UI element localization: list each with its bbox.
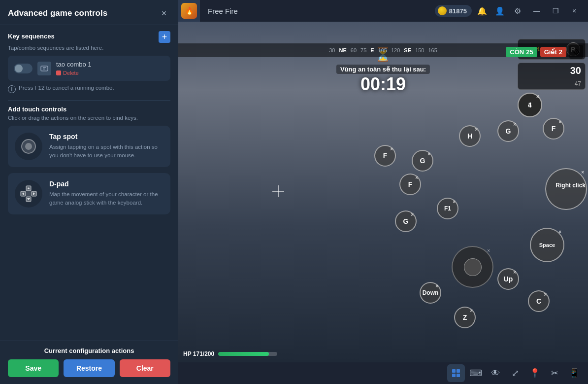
dpad-info: D-pad Map the movement of your character…	[49, 180, 163, 208]
key-sequences-subtitle: Tap/combo sequences are listed here.	[8, 45, 170, 51]
account-icon[interactable]: 👤	[492, 3, 507, 18]
key-space[interactable]: Space×	[530, 228, 564, 262]
svg-rect-9	[26, 191, 31, 196]
titlebar-right: 81875 🔔 👤 ⚙ — ❒ ×	[435, 2, 588, 20]
con-value: 25	[526, 48, 533, 56]
restore-button[interactable]: Restore	[64, 359, 114, 377]
svg-point-4	[25, 143, 32, 150]
key-fmid-close: ×	[415, 175, 418, 180]
combo-item: tao combo 1 Delete	[8, 56, 170, 81]
right-click-close: ×	[581, 170, 584, 175]
keyboard-icon[interactable]: ⌨	[467, 364, 485, 382]
key-g-1[interactable]: G×	[497, 120, 519, 142]
key-fleft-close: ×	[390, 146, 393, 152]
key-up[interactable]: Up×	[497, 268, 519, 290]
game-area: 🔥 Free Fire 81875 🔔 👤 ⚙ — ❒ × 30	[178, 0, 588, 384]
combo-name: tao combo 1	[56, 61, 164, 68]
key-down[interactable]: Down×	[420, 282, 441, 304]
settings-icon[interactable]: ⚙	[510, 3, 525, 18]
coin-icon	[438, 6, 447, 15]
compass-30: 30	[329, 47, 335, 53]
key-up-close: ×	[513, 270, 516, 275]
hud-giet: Giết 2	[540, 47, 566, 57]
panel-header: Advanced game controls ×	[0, 0, 178, 25]
hud-stats: CÒN 25 Giết 2 ⚙	[506, 45, 583, 59]
key-sequences-header: Key sequences +	[8, 31, 170, 43]
resize-icon[interactable]: ⤢	[506, 364, 524, 382]
crosshair	[272, 185, 284, 197]
hud-con: CÒN 25	[506, 47, 537, 57]
compass-e: E	[370, 47, 374, 53]
compass-inner: 30 NE 60 75 E 105 120 SE 150 165	[329, 47, 437, 53]
app-title: Free Fire	[200, 7, 435, 15]
key-f-left[interactable]: F×	[374, 145, 396, 167]
key-g2-close: ×	[427, 151, 430, 157]
svg-rect-17	[457, 374, 460, 377]
app-icon-image: 🔥	[181, 3, 197, 19]
key-g-3[interactable]: G×	[395, 210, 417, 232]
combo-toggle[interactable]	[14, 64, 33, 73]
ammo-current: 30	[570, 65, 581, 76]
compass-se: SE	[404, 47, 411, 53]
key-sequences-title: Key sequences	[8, 33, 55, 40]
combo-icon	[37, 62, 51, 75]
maximize-button[interactable]: ❒	[547, 2, 564, 20]
key-g1-close: ×	[513, 122, 516, 127]
press-info: i Press F12 to cancel a running combo.	[8, 85, 170, 93]
key-f-mid[interactable]: F×	[399, 174, 421, 195]
notification-icon[interactable]: 🔔	[475, 3, 490, 18]
key-f1[interactable]: F1×	[437, 198, 458, 219]
key-g-2[interactable]: G×	[412, 150, 433, 172]
right-click-key[interactable]: ×	[545, 168, 587, 210]
minimize-button[interactable]: —	[528, 2, 546, 20]
delete-label: Delete	[63, 70, 79, 76]
key-z[interactable]: Z×	[454, 307, 476, 328]
hp-bar: HP 171/200	[183, 350, 277, 357]
coin-value: 81875	[449, 7, 467, 15]
key-h[interactable]: H×	[459, 125, 481, 147]
slot-4-key: 4	[528, 101, 532, 109]
add-sequence-button[interactable]: +	[159, 31, 170, 43]
save-button[interactable]: Save	[8, 359, 59, 377]
analog-stick-move[interactable]: ×	[452, 246, 493, 288]
hp-text: HP 171/200	[183, 350, 214, 357]
close-window-button[interactable]: ×	[565, 2, 583, 20]
key-f1-close: ×	[453, 199, 456, 205]
panel-title: Advanced game controls	[8, 8, 107, 18]
scissors-icon[interactable]: ✂	[546, 364, 563, 382]
combo-delete-button[interactable]: Delete	[56, 70, 164, 76]
dpad-title: D-pad	[49, 180, 163, 188]
left-panel: Advanced game controls × Key sequences +…	[0, 0, 178, 384]
config-label: Current configuration actions	[8, 347, 170, 354]
tap-spot-title: Tap spot	[49, 133, 163, 140]
tap-spot-card[interactable]: Tap spot Assign tapping on a spot with t…	[8, 126, 170, 167]
tap-spot-info: Tap spot Assign tapping on a spot with t…	[49, 133, 163, 160]
info-icon: i	[8, 85, 16, 93]
countdown-text: Vùng an toàn sẽ thu lại sau:	[336, 65, 430, 74]
grid-icon[interactable]	[447, 364, 465, 382]
weapon-slot-4[interactable]: 4 ×	[518, 93, 542, 117]
analog-close: ×	[487, 248, 490, 253]
dpad-desc: Map the movement of your character or th…	[49, 190, 163, 208]
key-ftop-close: ×	[558, 119, 561, 125]
key-z-close: ×	[470, 308, 473, 314]
location-icon[interactable]: 📍	[526, 364, 544, 382]
slot-4-close: ×	[536, 94, 539, 100]
right-click-label: Right click	[555, 182, 586, 189]
bottom-toolbar: ⌨ 👁 ⤢ 📍 ✂ 📱	[178, 362, 588, 384]
clear-button[interactable]: Clear	[120, 359, 170, 377]
dpad-card[interactable]: D-pad Map the movement of your character…	[8, 173, 170, 214]
action-buttons: Save Restore Clear	[8, 359, 170, 377]
svg-rect-14	[452, 369, 456, 373]
add-touch-title: Add touch controls	[8, 105, 170, 113]
key-c-close: ×	[544, 292, 547, 297]
hud-settings-icon[interactable]: ⚙	[569, 45, 583, 59]
close-panel-button[interactable]: ×	[158, 7, 170, 20]
eye-icon[interactable]: 👁	[487, 364, 504, 382]
key-f-top[interactable]: F×	[543, 118, 564, 140]
phone-icon[interactable]: 📱	[565, 364, 583, 382]
delete-dot	[56, 70, 61, 75]
hp-fill	[218, 352, 269, 356]
bottom-bar: Current configuration actions Save Resto…	[0, 341, 178, 384]
key-c[interactable]: C×	[528, 290, 550, 312]
